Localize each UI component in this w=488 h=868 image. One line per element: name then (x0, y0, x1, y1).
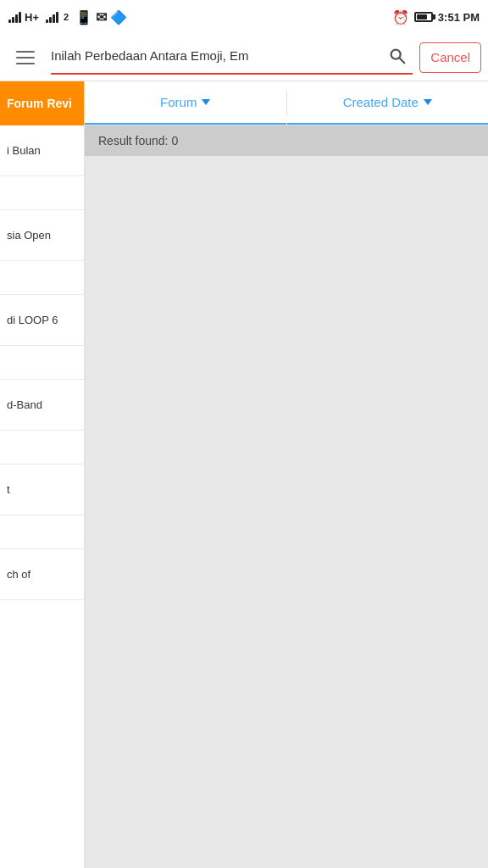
sidebar-item-7[interactable] (0, 431, 84, 465)
forum-tab-label: Forum (160, 95, 197, 109)
carrier-label: H+ (25, 11, 39, 24)
date-tab-label: Created Date (343, 95, 419, 109)
sidebar-item-6[interactable]: d-Band (0, 380, 84, 431)
battery-fill (417, 14, 427, 19)
cancel-button[interactable]: Cancel (419, 42, 481, 73)
main-container: Forum Revi i Bulan sia Open di LOOP 6 d-… (0, 81, 488, 868)
sidebar-item-0[interactable]: i Bulan (0, 125, 84, 176)
signal-bar-2 (12, 17, 14, 23)
signal-bars-2 (46, 11, 58, 23)
search-bar: Cancel (0, 34, 488, 81)
search-icon-button[interactable] (382, 41, 413, 71)
time-label: 3:51 PM (438, 11, 480, 24)
date-tab-arrow (424, 99, 432, 105)
forum-tab-arrow (202, 99, 210, 105)
sidebar-item-8[interactable]: t (0, 465, 84, 515)
sidebar-item-1[interactable] (0, 176, 84, 210)
search-input[interactable] (51, 45, 382, 66)
sidebar: Forum Revi i Bulan sia Open di LOOP 6 d-… (0, 81, 85, 868)
sidebar-item-label-0: i Bulan (7, 144, 41, 157)
hamburger-icon (16, 51, 35, 64)
search-input-wrapper (51, 41, 413, 75)
date-filter-tab[interactable]: Created Date (287, 81, 489, 125)
sidebar-item-4[interactable]: di LOOP 6 (0, 295, 84, 346)
carrier2-label: 2 (64, 12, 69, 22)
results-content (85, 156, 488, 868)
signal-bar-1 (8, 19, 11, 23)
status-right: ⏰ 3:51 PM (392, 9, 480, 25)
sidebar-item-label-10: ch of (7, 568, 30, 581)
signal-bars (8, 11, 21, 23)
sidebar-item-5[interactable] (0, 346, 84, 380)
status-bar: H+ 2 📱 ✉ 🔷 ⏰ 3:51 PM (0, 0, 488, 34)
content-area: Forum Created Date Result found: 0 (85, 81, 488, 868)
results-bar: Result found: 0 (85, 125, 488, 156)
sidebar-item-label-8: t (7, 483, 10, 496)
signal-bar-4 (19, 12, 21, 23)
search-icon (388, 47, 407, 65)
forum-filter-tab[interactable]: Forum (85, 81, 286, 125)
sidebar-item-3[interactable] (0, 261, 84, 295)
sidebar-item-2[interactable]: sia Open (0, 210, 84, 261)
menu-button[interactable] (7, 39, 44, 76)
sidebar-item-9[interactable] (0, 515, 84, 549)
result-count-text: Result found: 0 (98, 134, 178, 147)
sidebar-item-label-2: sia Open (7, 229, 51, 242)
sidebar-item-label-6: d-Band (7, 398, 42, 411)
whatsapp-icon: 📱 (75, 9, 92, 25)
bb-logo-icon: 🔷 (110, 9, 127, 25)
bbm-icon: ✉ (96, 9, 107, 25)
filter-bar: Forum Created Date (85, 81, 488, 125)
sidebar-item-label-4: di LOOP 6 (7, 314, 58, 326)
battery-icon (414, 12, 433, 22)
sidebar-header: Forum Revi (0, 81, 84, 125)
status-left: H+ 2 📱 ✉ 🔷 (8, 9, 127, 25)
sidebar-header-label: Forum Revi (7, 97, 72, 110)
clock-icon: ⏰ (392, 9, 409, 25)
svg-line-1 (400, 58, 405, 63)
sidebar-item-10[interactable]: ch of (0, 549, 84, 600)
signal-bar-3 (15, 14, 18, 23)
